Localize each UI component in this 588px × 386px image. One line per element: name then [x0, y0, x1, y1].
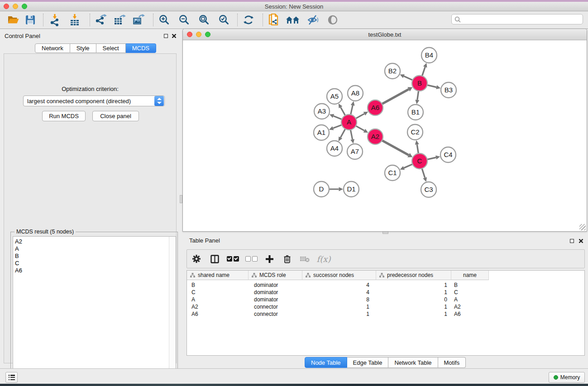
import-network-button[interactable]: [47, 13, 62, 27]
save-session-button[interactable]: [23, 13, 38, 27]
table-cell[interactable]: A2: [451, 304, 584, 310]
graph-edge[interactable]: [382, 89, 409, 104]
graph-edge[interactable]: [427, 157, 436, 159]
graph-edge[interactable]: [404, 164, 412, 168]
tab-mcds[interactable]: MCDS: [126, 43, 156, 53]
graph-edge[interactable]: [404, 76, 412, 80]
create-column-button[interactable]: [260, 252, 278, 266]
column-header-predecessor-nodes[interactable]: predecessor nodes: [376, 271, 451, 280]
close-panel-action-button[interactable]: Close panel: [92, 111, 139, 121]
table-cell[interactable]: connector: [249, 311, 302, 317]
search-input[interactable]: [463, 15, 583, 24]
graph-edge[interactable]: [351, 105, 353, 115]
memory-button[interactable]: Memory: [549, 372, 585, 383]
zoom-fit-button[interactable]: [196, 13, 212, 27]
close-panel-button[interactable]: [169, 32, 178, 39]
network-graph[interactable]: B4B2BB3A8A5A6A3B1AC2A1A2A4A7C4CC1C3DD1: [183, 40, 587, 232]
column-header-shared-name[interactable]: shared name: [187, 271, 249, 280]
table-cell[interactable]: A6: [187, 311, 249, 317]
table-cell[interactable]: connector: [249, 304, 302, 310]
mcds-result-item[interactable]: C: [13, 260, 176, 267]
graph-edge[interactable]: [356, 114, 364, 119]
zoom-in-button[interactable]: [157, 13, 172, 27]
graph-edge[interactable]: [334, 116, 342, 119]
table-cell[interactable]: 4: [302, 289, 376, 295]
table-settings-button[interactable]: [187, 252, 206, 266]
column-header-successor-nodes[interactable]: successor nodes: [302, 271, 376, 280]
mcds-result-item[interactable]: A: [13, 245, 176, 253]
float-panel-button[interactable]: [161, 32, 170, 39]
mcds-result-item[interactable]: B: [13, 253, 176, 260]
refresh-button[interactable]: [241, 13, 256, 27]
function-builder-button[interactable]: f(x): [314, 252, 334, 266]
duplicate-network-button[interactable]: [266, 13, 282, 27]
table-row[interactable]: Adominator80A: [187, 296, 584, 303]
graph-edge[interactable]: [417, 144, 418, 153]
export-network-button[interactable]: [93, 13, 109, 27]
export-image-button[interactable]: [131, 13, 147, 27]
import-table-button[interactable]: [67, 13, 82, 27]
show-panels-button[interactable]: [5, 372, 18, 383]
hide-graphics-button[interactable]: [305, 13, 320, 27]
table-cell[interactable]: A: [187, 296, 249, 303]
table-cell[interactable]: 1: [376, 289, 451, 295]
graph-edge[interactable]: [427, 85, 437, 87]
window-resize-grip[interactable]: [579, 224, 586, 230]
open-file-button[interactable]: [5, 13, 21, 27]
select-all-columns-button[interactable]: [223, 252, 242, 266]
export-table-button[interactable]: [112, 13, 128, 27]
mcds-result-list[interactable]: A2ABCA6: [13, 236, 176, 384]
unselect-all-columns-button[interactable]: [242, 252, 260, 266]
table-cell[interactable]: 1: [376, 282, 451, 288]
table-panel-float-button[interactable]: [567, 237, 576, 244]
table-cell[interactable]: dominator: [249, 282, 302, 288]
table-cell[interactable]: dominator: [249, 296, 302, 303]
table-cell[interactable]: dominator: [249, 289, 302, 295]
table-cell[interactable]: 1: [302, 311, 376, 317]
table-cell[interactable]: C: [187, 289, 249, 295]
tab-select[interactable]: Select: [96, 43, 126, 53]
tab-node-table[interactable]: Node Table: [305, 357, 347, 368]
zoom-out-button[interactable]: [177, 13, 192, 27]
graph-edge[interactable]: [382, 140, 409, 155]
mcds-result-item[interactable]: A6: [13, 267, 176, 274]
graph-edge[interactable]: [422, 67, 425, 76]
zoom-selected-button[interactable]: [216, 13, 232, 27]
graph-edge[interactable]: [333, 125, 342, 128]
tab-edge-table[interactable]: Edge Table: [347, 357, 389, 368]
run-mcds-button[interactable]: Run MCDS: [42, 111, 86, 121]
graph-edge[interactable]: [340, 107, 345, 115]
graph-edge[interactable]: [417, 91, 419, 100]
table-cell[interactable]: B: [187, 282, 249, 288]
table-row[interactable]: Cdominator41C: [187, 289, 584, 296]
table-row[interactable]: A2connector11A2: [187, 303, 584, 310]
table-cell[interactable]: 8: [302, 296, 376, 303]
table-cell[interactable]: A6: [451, 311, 584, 317]
graph-edge[interactable]: [356, 126, 364, 131]
graph-edge[interactable]: [422, 168, 425, 178]
result-list-scrollbar[interactable]: [169, 237, 176, 384]
table-cell[interactable]: C: [451, 289, 584, 295]
table-cell[interactable]: B: [451, 282, 584, 288]
table-cell[interactable]: A2: [187, 304, 249, 310]
delete-table-button[interactable]: [296, 252, 314, 266]
graph-edge[interactable]: [340, 129, 345, 138]
table-cell[interactable]: 1: [302, 304, 376, 310]
table-row[interactable]: Bdominator41B: [187, 281, 584, 289]
table-cell[interactable]: 4: [302, 282, 376, 288]
graph-edge[interactable]: [350, 130, 352, 139]
table-cell[interactable]: A: [451, 296, 584, 303]
tab-network-table[interactable]: Network Table: [388, 357, 438, 368]
delete-column-button[interactable]: [278, 252, 296, 266]
show-columns-button[interactable]: [206, 252, 223, 266]
mcds-result-item[interactable]: A2: [13, 238, 176, 245]
tab-motifs[interactable]: Motifs: [438, 357, 466, 368]
tab-network[interactable]: Network: [35, 43, 70, 53]
optimization-select[interactable]: largest connected component (directed): [23, 95, 165, 106]
table-panel-close-button[interactable]: [576, 237, 585, 244]
table-row[interactable]: A6connector11A6: [187, 310, 584, 318]
column-header-name[interactable]: name: [451, 271, 489, 280]
show-graphics-button[interactable]: [325, 13, 340, 27]
table-cell[interactable]: 1: [376, 304, 451, 310]
table-cell[interactable]: 0: [376, 296, 451, 303]
